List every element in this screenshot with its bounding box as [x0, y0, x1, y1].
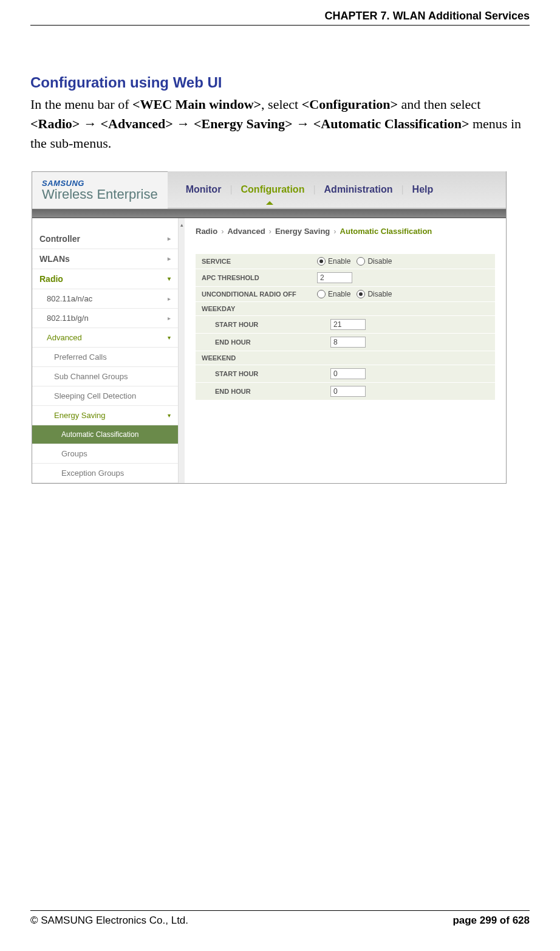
- sidebar-80211b[interactable]: 802.11b/g/n▸: [32, 309, 178, 328]
- arrow-2: →: [173, 116, 194, 131]
- radio-label: Disable: [367, 290, 392, 298]
- nav-monitor[interactable]: Monitor: [186, 184, 222, 195]
- row-weekday-header: WEEKDAY: [196, 302, 495, 316]
- row-weekend-end: END HOUR 0: [196, 383, 495, 400]
- sidebar-label: 802.11a/n/ac: [47, 294, 92, 303]
- uro-disable-radio[interactable]: Disable: [357, 290, 392, 298]
- sub-bar: [32, 209, 506, 218]
- page-footer: © SAMSUNG Electronics Co., Ltd. page 299…: [30, 910, 530, 927]
- body-bold-3: <Radio>: [30, 116, 80, 131]
- scrollbar[interactable]: ▴: [179, 218, 185, 483]
- body-bold-1: <WEC Main window>: [132, 97, 261, 112]
- sidebar-label: Controller: [39, 234, 80, 244]
- weekend-label: WEEKEND: [202, 354, 317, 362]
- radio-label: Disable: [367, 257, 392, 266]
- body-bold-5: <Energy Saving>: [194, 116, 293, 131]
- bc-radio[interactable]: Radio: [196, 227, 217, 236]
- weekend-start-input[interactable]: 0: [330, 368, 366, 379]
- weekday-label: WEEKDAY: [202, 305, 317, 312]
- end-hour-label: END HOUR: [202, 338, 330, 346]
- bc-sep: ›: [221, 227, 224, 236]
- sidebar-advanced[interactable]: Advanced▾: [32, 328, 178, 348]
- service-label: SERVICE: [202, 258, 317, 265]
- end-hour-label: END HOUR: [202, 388, 330, 395]
- body-bold-6: <Automatic Classification>: [313, 116, 470, 131]
- logo: SAMSUNG Wireless Enterprise: [32, 175, 168, 205]
- sidebar-preferred-calls[interactable]: Preferred Calls: [32, 348, 178, 367]
- row-apc-threshold: APC THRESHOLD 2: [196, 269, 495, 287]
- body-intro-3: and then select: [398, 97, 480, 112]
- chapter-header: CHAPTER 7. WLAN Additional Services: [30, 0, 530, 26]
- weekend-end-input[interactable]: 0: [330, 386, 366, 397]
- caret-down-icon: ▾: [168, 275, 171, 282]
- body-intro-2: , select: [261, 97, 302, 112]
- body-bold-2: <Configuration>: [302, 97, 398, 112]
- caret-down-icon: ▾: [168, 334, 171, 341]
- arrow-3: →: [293, 116, 313, 131]
- row-uro: UNCONDITIONAL RADIO OFF Enable Disable: [196, 287, 495, 302]
- radio-dot-icon: [317, 257, 326, 266]
- logo-line2: Wireless Enterprise: [42, 187, 158, 202]
- sidebar-automatic-classification[interactable]: Automatic Classification: [32, 425, 178, 444]
- service-enable-radio[interactable]: Enable: [317, 257, 350, 266]
- caret-right-icon: ▸: [168, 255, 171, 262]
- footer-page-number: page 299 of 628: [452, 915, 530, 927]
- embedded-screenshot: SAMSUNG Wireless Enterprise Monitor | Co…: [32, 171, 507, 484]
- sidebar-energy-saving[interactable]: Energy Saving▾: [32, 406, 178, 425]
- radio-label: Enable: [328, 257, 350, 266]
- caret-right-icon: ▸: [168, 315, 171, 321]
- uro-label: UNCONDITIONAL RADIO OFF: [202, 290, 317, 298]
- radio-label: Enable: [328, 290, 350, 298]
- app-body: Controller▸ WLANs▸ Radio▾ 802.11a/n/ac▸ …: [32, 218, 506, 483]
- app-header: SAMSUNG Wireless Enterprise Monitor | Co…: [32, 172, 506, 209]
- row-weekday-end: END HOUR 8: [196, 334, 495, 351]
- caret-down-icon: ▾: [168, 412, 171, 419]
- sidebar-label: Radio: [39, 274, 63, 284]
- radio-dot-icon: [317, 290, 326, 298]
- sidebar-sleeping-cell[interactable]: Sleeping Cell Detection: [32, 386, 178, 406]
- nav-sep: |: [313, 184, 315, 195]
- weekday-start-input[interactable]: 21: [330, 319, 366, 330]
- bc-energy-saving[interactable]: Energy Saving: [275, 227, 330, 236]
- sidebar-exception-groups[interactable]: Exception Groups: [32, 464, 178, 483]
- caret-right-icon: ▸: [168, 295, 171, 302]
- weekday-end-input[interactable]: 8: [330, 337, 366, 348]
- sidebar-label: 802.11b/g/n: [47, 314, 89, 323]
- sidebar-radio[interactable]: Radio▾: [32, 269, 178, 289]
- sidebar: Controller▸ WLANs▸ Radio▾ 802.11a/n/ac▸ …: [32, 218, 179, 483]
- apc-threshold-label: APC THRESHOLD: [202, 274, 317, 281]
- arrow-1: →: [80, 116, 100, 131]
- uro-enable-radio[interactable]: Enable: [317, 290, 350, 298]
- nav-sep: |: [230, 184, 232, 195]
- scroll-up-icon: ▴: [180, 222, 183, 228]
- breadcrumb: Radio›Advanced›Energy Saving›Automatic C…: [196, 227, 495, 236]
- body-intro-1: In the menu bar of: [30, 97, 132, 112]
- service-disable-radio[interactable]: Disable: [357, 257, 392, 266]
- caret-right-icon: ▸: [168, 235, 171, 242]
- bc-advanced[interactable]: Advanced: [227, 227, 265, 236]
- row-service: SERVICE Enable Disable: [196, 254, 495, 269]
- sidebar-sub-channel[interactable]: Sub Channel Groups: [32, 367, 178, 386]
- sidebar-label: WLANs: [39, 254, 70, 264]
- sidebar-label: Energy Saving: [54, 411, 106, 420]
- sidebar-label: Sub Channel Groups: [54, 372, 128, 381]
- row-weekend-header: WEEKEND: [196, 351, 495, 365]
- nav-administration[interactable]: Administration: [324, 184, 393, 195]
- sidebar-controller[interactable]: Controller▸: [32, 229, 178, 249]
- sidebar-wlans[interactable]: WLANs▸: [32, 249, 178, 269]
- start-hour-label: START HOUR: [202, 370, 330, 377]
- bc-sep: ›: [269, 227, 271, 236]
- sidebar-label: Preferred Calls: [54, 352, 107, 362]
- sidebar-80211a[interactable]: 802.11a/n/ac▸: [32, 289, 178, 309]
- sidebar-label: Automatic Classification: [61, 430, 138, 439]
- main-panel: Radio›Advanced›Energy Saving›Automatic C…: [185, 218, 506, 483]
- row-weekend-start: START HOUR 0: [196, 365, 495, 383]
- body-bold-4: <Advanced>: [101, 116, 173, 131]
- nav-help[interactable]: Help: [412, 184, 434, 195]
- apc-threshold-input[interactable]: 2: [317, 272, 352, 283]
- nav-configuration[interactable]: Configuration: [241, 184, 305, 195]
- nav-sep: |: [401, 184, 403, 195]
- radio-dot-icon: [357, 257, 365, 266]
- sidebar-groups[interactable]: Groups: [32, 444, 178, 464]
- radio-dot-icon: [357, 290, 365, 298]
